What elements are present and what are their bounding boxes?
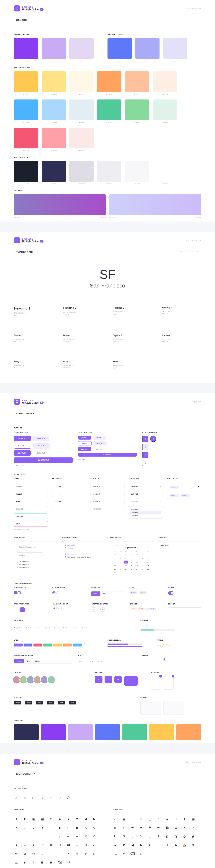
icon-glyph: ▶ [139,843,144,847]
btn-sm-light2[interactable]: DEFAULT [93,441,106,445]
input-default[interactable] [14,484,48,489]
text-link[interactable]: Default [45,627,50,629]
btn-large-ghost[interactable]: DEFAULT [32,450,49,456]
multiselect[interactable]: Select 1 ✕ ▾ [167,484,201,490]
color-swatch: #2F2E56 [42,161,66,185]
color-swatch: #E3D7F3 [69,38,94,62]
btn-sm-ghost[interactable]: DEFAULT [93,447,106,451]
brand-label: ESSPLORE [22,6,43,8]
icon-glyph: △ [83,825,88,830]
tag-2[interactable]: TAG 02 [139,591,147,594]
slider[interactable] [142,659,177,659]
btn-sm-primary2[interactable]: DEFAULT [78,447,91,451]
btn-icon-light[interactable]: ⊕ [142,444,148,450]
radio-unchecked[interactable] [56,591,59,594]
text-link[interactable]: Default [26,627,31,629]
avatar-group [14,676,89,684]
tooltip: Tooltip [69,701,76,705]
stepper[interactable]: −1+ [92,608,125,612]
input-icon[interactable]: ⌕ Typing| [91,491,124,497]
icon-glyph: ⏵ [23,860,27,865]
btn-icon-2[interactable]: ✓ [142,452,148,458]
selector[interactable]: Label Label [91,591,124,596]
btn-sm-wide[interactable]: 📧 DEFAULT [78,453,137,457]
rating-stars[interactable]: ★★★★★ [157,644,201,646]
input-password[interactable] [52,491,86,497]
radio-checked[interactable] [52,591,56,594]
icon-glyph: ⋯ [57,851,62,856]
icon-glyph: ◈ [57,817,62,822]
checkbox-unchecked[interactable] [17,591,21,594]
btn-icon-outline[interactable]: ⊕ [142,460,148,466]
type-style: Body 1SF Pro Text 1624px L.H [14,357,53,373]
icon-glyph: ✦ [14,817,19,822]
btn-large-primary2[interactable]: DEFAULT [14,450,31,456]
btn-large-outline[interactable]: DEFAULT [14,443,31,448]
textbox[interactable]: Hello world| [157,541,201,562]
pagination-dots[interactable] [53,608,86,609]
icon-glyph: ✎ [75,851,79,856]
input-password[interactable] [52,499,86,504]
map-pin-1[interactable]: ✈ [95,676,103,683]
tag-1[interactable]: TAG 01 [129,591,138,594]
type-style: Heading 3SF Pro Text 2028px L.H [113,303,152,320]
dropdown[interactable]: Selected ▾ [129,484,163,489]
color-swatch: #5E78F9 [108,38,132,62]
tabs[interactable]: Active Default Default [78,659,137,664]
icon-glyph: ⎋ [139,851,144,856]
input-success[interactable] [14,514,48,519]
icon-glyph: ◀ [83,817,88,822]
btn-large-light2[interactable]: DEFAULT [33,443,49,448]
btn-large-wide[interactable]: 📧 DEFAULT [14,458,73,463]
section-components: COMPONENTS [0,408,215,418]
input-icon[interactable]: ⌕ Selected [91,499,124,504]
input-filled[interactable] [14,499,48,504]
multiselect[interactable]: Select 1 ✕Select 2 ✕ [167,492,201,499]
color-swatch: #8B3DF2 [14,38,38,62]
color-swatch: #E3E1FA [163,38,187,62]
input-password[interactable] [52,484,86,489]
btn-sm-primary[interactable]: DEFAULT [78,436,91,439]
color-swatch: #F7F6F8 [125,161,149,185]
icon-glyph: ★ [14,843,19,847]
text-link[interactable]: Default [82,627,87,629]
text-link[interactable]: Default [73,627,78,629]
switch-on[interactable] [168,591,174,595]
text-link[interactable]: Purple link [14,627,22,629]
btn-sm-light[interactable]: DEFAULT [93,436,106,439]
credit-label: ©UI8 File/Sigma team [186,7,201,9]
dropdown[interactable]: Selected ▾ [129,491,163,497]
text-link[interactable]: Default [63,627,68,629]
input-icon[interactable]: ⌕ Default [91,484,124,489]
btn-icon-1[interactable]: ⊕ [142,436,148,442]
label-chip: LABEL [73,644,82,647]
input-error[interactable] [14,521,48,527]
input-disabled [14,506,48,512]
color-swatch: #A8D8FB [42,99,66,123]
type-style: Body 3SF Pro Text 1218px L.H [113,357,152,373]
checkbox-checked[interactable] [14,591,17,594]
search-input-2[interactable] [17,552,43,558]
input-password[interactable] [52,506,86,512]
btn-icon-round[interactable]: ⊕ [150,436,156,442]
color-swatch: #A9AAF8 [135,38,159,62]
color-swatch: #FFEEE4 [152,71,177,95]
input-typing[interactable] [14,491,48,497]
icon-glyph: ⏎ [121,851,126,856]
pagination[interactable]: ‹1234› [14,608,48,612]
search-input[interactable] [17,544,43,550]
btn-large-primary[interactable]: DEFAULT [14,436,31,441]
icon-glyph: ⌕ [66,851,71,856]
text-link[interactable]: Default [54,627,59,629]
icon-glyph: ✉ [156,825,161,830]
map-pin-2[interactable]: ⌂ [105,676,112,683]
btn-sm-outline[interactable]: DEFAULT [78,441,92,445]
map-pin-3[interactable]: ⛰ [114,676,122,683]
date-picker[interactable]: EXCLUSIVE ‹September 2019› MoTuWeThFrSaS… [110,541,153,578]
text-link[interactable]: Default [36,627,41,629]
segmented-control[interactable]: Airport City Station [14,659,73,663]
icon-glyph: ⚑ [147,825,152,830]
btn-large-light[interactable]: DEFAULT [32,436,49,441]
color-swatch: #FF9FA8 [42,128,66,151]
color-swatch: #FFFFFF [152,161,177,185]
